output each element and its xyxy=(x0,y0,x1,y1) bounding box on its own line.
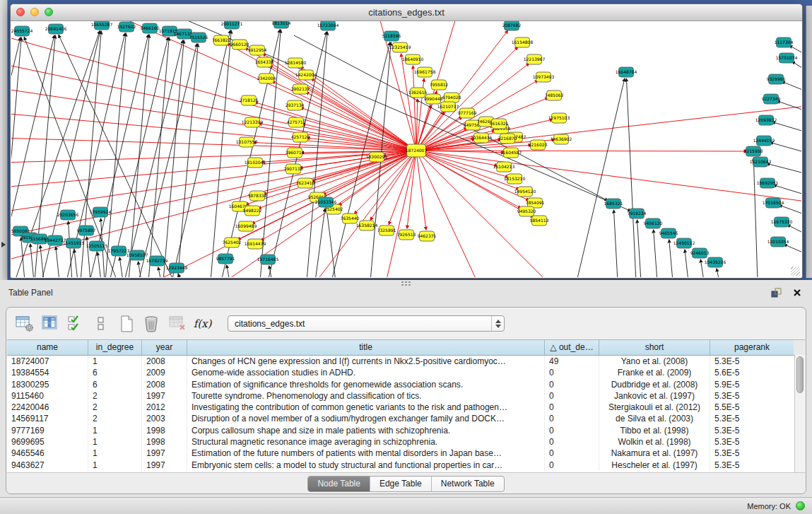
network-node[interactable]: 7663822 xyxy=(212,35,231,45)
table-row[interactable]: 969969511998Structural magnetic resonanc… xyxy=(7,436,805,448)
network-node[interactable]: 2937134 xyxy=(286,100,305,110)
network-node[interactable]: 6216023 xyxy=(529,140,548,150)
table-cell[interactable]: 5.5E-5 xyxy=(710,402,794,413)
network-node[interactable]: 14242004 xyxy=(295,70,317,80)
network-node[interactable]: 12975103 xyxy=(548,113,570,123)
network-node[interactable]: 6794028 xyxy=(442,93,461,103)
network-node[interactable]: 10655287 xyxy=(91,21,113,30)
network-node[interactable]: 12093832 xyxy=(755,115,777,125)
column-header-out_de[interactable]: △ out_de… xyxy=(545,340,599,355)
network-node[interactable]: 12213399 xyxy=(242,117,264,127)
network-node[interactable]: 14636902 xyxy=(551,134,572,144)
network-node[interactable]: 10958107 xyxy=(126,250,148,260)
table-cell[interactable]: 9699695 xyxy=(7,436,88,448)
table-cell[interactable]: 19384554 xyxy=(7,367,88,378)
network-node[interactable]: 5878334 xyxy=(248,191,267,201)
network-node[interactable]: 4257120 xyxy=(291,132,310,142)
network-node[interactable]: 9495320 xyxy=(517,206,536,216)
network-node[interactable]: 5854113 xyxy=(530,216,549,226)
network-node[interactable]: 24055724 xyxy=(11,26,33,36)
table-row[interactable]: 1456911722003Disruption of a novel membe… xyxy=(7,413,805,424)
table-cell[interactable]: 1998 xyxy=(142,436,187,448)
network-node[interactable]: 5912954 xyxy=(248,45,267,55)
network-node[interactable]: 8813014 xyxy=(272,21,291,28)
network-node[interactable]: 20691406 xyxy=(45,24,67,34)
table-row[interactable]: 946554611997Estimation of the future num… xyxy=(7,448,805,459)
table-cell[interactable]: Estimation of the future numbers of pati… xyxy=(187,448,545,459)
column-header-pagerank[interactable]: pagerank xyxy=(710,340,794,355)
network-node[interactable]: 15716485 xyxy=(257,255,279,264)
network-node[interactable]: 9462371 xyxy=(418,231,437,241)
table-cell[interactable]: 2008 xyxy=(142,379,187,390)
table-cell[interactable]: 1 xyxy=(88,425,142,436)
table-cell[interactable]: 9777169 xyxy=(7,425,88,436)
table-cell[interactable]: Corpus callosum shape and size in male p… xyxy=(187,425,545,436)
zoom-window-icon[interactable] xyxy=(45,8,53,16)
network-node[interactable]: 16104213 xyxy=(493,162,515,172)
network-node[interactable]: 16648784 xyxy=(616,67,637,77)
table-cell[interactable]: 0 xyxy=(545,367,599,378)
table-cell[interactable]: Estimation of significance thresholds fo… xyxy=(187,379,545,390)
network-node[interactable]: 18102041 xyxy=(245,158,266,168)
network-node[interactable]: 7625402 xyxy=(223,238,242,247)
network-node[interactable]: 20011271 xyxy=(221,21,243,29)
network-node[interactable]: 9329966 xyxy=(767,74,786,84)
network-node[interactable]: 12505115 xyxy=(86,241,108,251)
table-cell[interactable]: Tibbo et al. (1998) xyxy=(599,425,710,436)
table-row[interactable]: 2242004622012Investigating the contribut… xyxy=(7,402,805,413)
table-cell[interactable]: Franke et al. (2009) xyxy=(599,367,710,378)
table-cell[interactable]: 5.3E-5 xyxy=(710,460,794,471)
table-row[interactable]: 946362711997Embryonic stem cells: a mode… xyxy=(7,460,805,471)
network-node[interactable]: 2718126 xyxy=(240,95,259,105)
table-cell[interactable]: 0 xyxy=(545,402,599,413)
table-cell[interactable]: Investigating the contribution of common… xyxy=(187,402,545,413)
network-node[interactable]: 7485063 xyxy=(545,90,564,100)
table-cell[interactable]: 1 xyxy=(88,356,142,367)
table-cell[interactable]: Disruption of a novel member of a sodium… xyxy=(187,413,545,424)
table-cell[interactable]: 9465546 xyxy=(7,448,88,459)
table-cell[interactable]: 2008 xyxy=(142,356,187,367)
table-row[interactable]: 1830029562008Estimation of significance … xyxy=(7,379,805,390)
close-window-icon[interactable] xyxy=(16,8,25,16)
table-cell[interactable]: Hescheler et al. (1997) xyxy=(599,460,710,471)
network-node[interactable]: 9465546 xyxy=(659,228,678,238)
network-node[interactable]: 15723094 xyxy=(317,21,339,30)
table-cell[interactable]: 6 xyxy=(88,379,142,390)
function-builder-icon[interactable]: f(x) xyxy=(193,314,212,333)
table-cell[interactable]: 5.3E-5 xyxy=(710,436,794,448)
table-cell[interactable]: de Silva et al. (2003) xyxy=(599,413,710,424)
table-row[interactable]: 911546021997Tourette syndrome. Phenomeno… xyxy=(7,390,805,402)
network-node[interactable]: 9990448 xyxy=(424,94,443,104)
scrollbar-thumb[interactable] xyxy=(796,356,804,393)
network-node[interactable]: 16961758 xyxy=(414,67,436,77)
table-cell[interactable]: 5.6E-5 xyxy=(710,367,794,378)
table-cell[interactable]: 2012 xyxy=(142,402,187,413)
network-node[interactable]: 3960714 xyxy=(286,148,305,158)
table-cell[interactable]: 1 xyxy=(88,460,142,471)
network-node[interactable]: 8215958 xyxy=(744,146,763,156)
table-cell[interactable]: Changes of HCN gene expression and I(f) … xyxy=(187,356,545,367)
table-cell[interactable]: Yano et al. (2008) xyxy=(599,356,710,367)
show-columns-icon[interactable] xyxy=(40,314,59,333)
network-node[interactable]: 1527602 xyxy=(117,22,136,32)
network-node[interactable]: 7515526 xyxy=(189,33,208,42)
network-node[interactable]: 9777169 xyxy=(458,108,477,118)
table-cell[interactable]: 9115460 xyxy=(7,390,88,402)
column-header-year[interactable]: year xyxy=(142,340,187,355)
window-titlebar[interactable]: citations_edges.txt xyxy=(11,4,802,21)
network-node[interactable]: 9227349 xyxy=(762,94,781,104)
table-selector-dropdown[interactable]: citations_edges.txt xyxy=(228,315,505,332)
network-node[interactable]: 18153210 xyxy=(504,174,526,184)
table-cell[interactable]: 5.3E-5 xyxy=(710,356,794,367)
network-node[interactable]: 17016504 xyxy=(763,198,784,208)
network-node[interactable]: 12213967 xyxy=(524,54,546,64)
network-node[interactable]: 20203656 xyxy=(57,210,79,220)
network-node[interactable]: 11451915 xyxy=(63,238,85,248)
column-header-in_degree[interactable]: in_degree xyxy=(88,340,142,355)
table-cell[interactable]: 6 xyxy=(88,367,142,378)
network-node[interactable]: 1685321 xyxy=(604,199,623,209)
table-cell[interactable]: 0 xyxy=(545,448,599,459)
table-cell[interactable]: Structural magnetic resonance image aver… xyxy=(187,436,545,448)
table-cell[interactable]: Stergiakouli et al. (2012) xyxy=(599,402,710,413)
network-node[interactable]: 12450112 xyxy=(673,238,695,248)
